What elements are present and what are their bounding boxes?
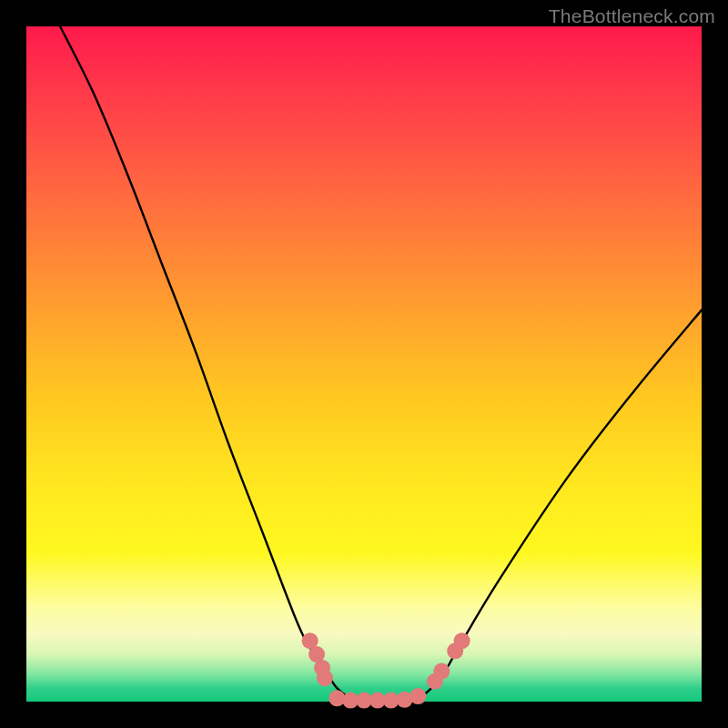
bottleneck-curve-svg xyxy=(26,26,702,702)
marker-layer xyxy=(302,632,470,708)
plot-area xyxy=(26,26,702,702)
watermark-text: TheBottleneck.com xyxy=(549,5,715,27)
bottleneck-curve-path xyxy=(60,26,702,702)
curve-marker xyxy=(410,688,426,704)
curve-marker xyxy=(454,632,470,649)
chart-stage: TheBottleneck.com xyxy=(0,0,728,728)
curve-marker xyxy=(317,670,333,686)
curve-marker xyxy=(433,663,450,680)
